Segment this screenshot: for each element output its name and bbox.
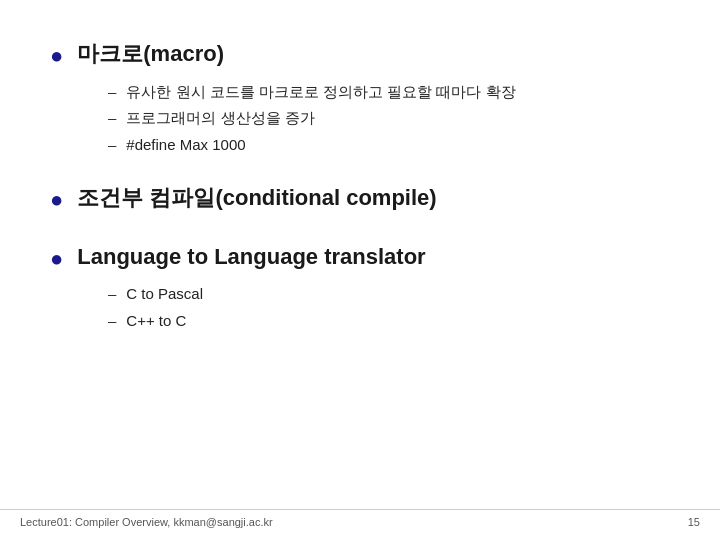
sub-item-language-2: – C++ to C: [108, 310, 670, 333]
footer: Lecture01: Compiler Overview, kkman@sang…: [0, 509, 720, 528]
section-language: ● Language to Language translator – C to…: [50, 243, 670, 333]
dash-icon-3: –: [108, 134, 116, 157]
sub-text-macro-1: 유사한 원시 코드를 마크로로 정의하고 필요할 때마다 확장: [126, 81, 515, 104]
bullet-item-conditional: ● 조건부 컴파일(conditional compile): [50, 184, 670, 215]
bullet-item-language: ● Language to Language translator: [50, 243, 670, 274]
sub-text-macro-3: #define Max 1000: [126, 134, 245, 157]
sub-item-language-1: – C to Pascal: [108, 283, 670, 306]
section-macro: ● 마크로(macro) – 유사한 원시 코드를 마크로로 정의하고 필요할 …: [50, 40, 670, 156]
sub-list-macro: – 유사한 원시 코드를 마크로로 정의하고 필요할 때마다 확장 – 프로그래…: [108, 81, 670, 157]
slide: ● 마크로(macro) – 유사한 원시 코드를 마크로로 정의하고 필요할 …: [0, 0, 720, 540]
sub-list-language: – C to Pascal – C++ to C: [108, 283, 670, 332]
dash-icon-1: –: [108, 81, 116, 104]
sub-text-language-1: C to Pascal: [126, 283, 203, 306]
sub-text-language-2: C++ to C: [126, 310, 186, 333]
dash-icon-4: –: [108, 283, 116, 306]
footer-left: Lecture01: Compiler Overview, kkman@sang…: [20, 516, 273, 528]
dash-icon-5: –: [108, 310, 116, 333]
sub-item-macro-2: – 프로그래머의 생산성을 증가: [108, 107, 670, 130]
bullet-text-conditional: 조건부 컴파일(conditional compile): [77, 184, 436, 213]
bullet-dot-conditional: ●: [50, 186, 63, 215]
sub-text-macro-2: 프로그래머의 생산성을 증가: [126, 107, 314, 130]
sub-item-macro-3: – #define Max 1000: [108, 134, 670, 157]
bullet-text-language: Language to Language translator: [77, 243, 425, 272]
dash-icon-2: –: [108, 107, 116, 130]
bullet-text-macro: 마크로(macro): [77, 40, 224, 69]
section-conditional: ● 조건부 컴파일(conditional compile): [50, 184, 670, 215]
sub-item-macro-1: – 유사한 원시 코드를 마크로로 정의하고 필요할 때마다 확장: [108, 81, 670, 104]
bullet-item-macro: ● 마크로(macro): [50, 40, 670, 71]
bullet-dot-macro: ●: [50, 42, 63, 71]
bullet-dot-language: ●: [50, 245, 63, 274]
footer-page: 15: [688, 516, 700, 528]
